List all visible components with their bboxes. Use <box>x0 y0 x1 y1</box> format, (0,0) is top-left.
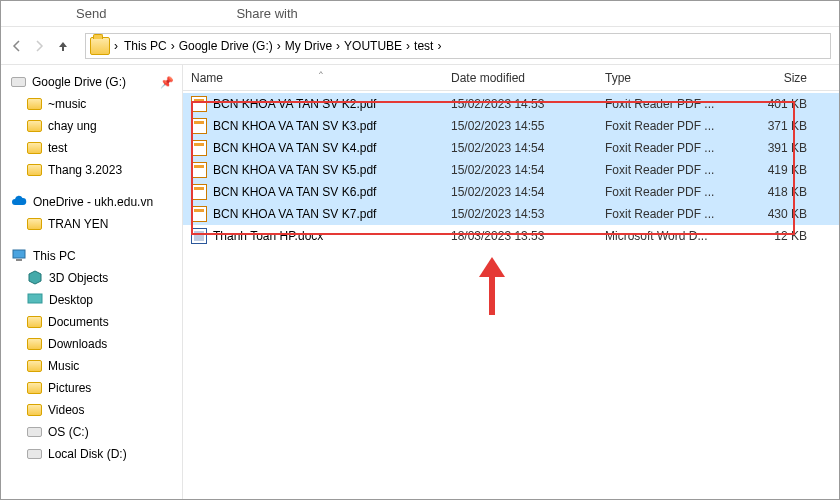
folder-icon <box>27 120 42 132</box>
col-label: Size <box>784 71 807 85</box>
nav-forward-button[interactable] <box>31 38 47 54</box>
file-type: Foxit Reader PDF ... <box>597 119 731 133</box>
address-bar[interactable]: › This PC›Google Drive (G:)›My Drive›YOU… <box>85 33 831 59</box>
drive-icon <box>11 77 26 87</box>
file-date: 15/02/2023 14:54 <box>443 163 597 177</box>
nav-back-button[interactable] <box>9 38 25 54</box>
file-date: 15/02/2023 14:54 <box>443 185 597 199</box>
ribbon-share-group[interactable]: Share with access security <box>236 6 297 21</box>
tree-google-drive[interactable]: Google Drive (G:) 📌 <box>1 71 182 93</box>
file-name: BCN KHOA VA TAN SV K2.pdf <box>213 97 376 111</box>
file-row[interactable]: BCN KHOA VA TAN SV K3.pdf15/02/2023 14:5… <box>183 115 839 137</box>
cloud-icon <box>11 194 27 210</box>
tree-3d-objects[interactable]: 3D Objects <box>1 267 182 289</box>
col-header-date[interactable]: Date modified <box>443 71 597 85</box>
nav-tree[interactable]: Google Drive (G:) 📌 ~music chay ung test… <box>1 65 183 499</box>
tree-tran-yen[interactable]: TRAN YEN <box>1 213 182 235</box>
ribbon-send-group[interactable]: Send <box>76 6 106 21</box>
file-size: 391 KB <box>731 141 815 155</box>
pdf-icon <box>191 118 207 134</box>
tree-label: Local Disk (D:) <box>48 447 127 461</box>
file-name: BCN KHOA VA TAN SV K3.pdf <box>213 119 376 133</box>
folder-icon <box>27 98 42 110</box>
tree-label: TRAN YEN <box>48 217 108 231</box>
chevron-right-icon[interactable]: › <box>171 39 175 53</box>
tree-label: 3D Objects <box>49 271 108 285</box>
folder-icon <box>27 382 42 394</box>
tree-label: Thang 3.2023 <box>48 163 122 177</box>
file-row[interactable]: BCN KHOA VA TAN SV K7.pdf15/02/2023 14:5… <box>183 203 839 225</box>
pdf-icon <box>191 184 207 200</box>
tree-test[interactable]: test <box>1 137 182 159</box>
col-header-type[interactable]: Type <box>597 71 731 85</box>
tree-music-folder[interactable]: Music <box>1 355 182 377</box>
file-type: Foxit Reader PDF ... <box>597 185 731 199</box>
file-name: BCN KHOA VA TAN SV K5.pdf <box>213 163 376 177</box>
file-row[interactable]: Thanh Toan HP.docx18/03/2023 13:53Micros… <box>183 225 839 247</box>
pdf-icon <box>191 162 207 178</box>
breadcrumb-item[interactable]: This PC <box>122 39 169 53</box>
file-name: BCN KHOA VA TAN SV K7.pdf <box>213 207 376 221</box>
file-row[interactable]: BCN KHOA VA TAN SV K5.pdf15/02/2023 14:5… <box>183 159 839 181</box>
breadcrumb-item[interactable]: YOUTUBE <box>342 39 404 53</box>
tree-videos[interactable]: Videos <box>1 399 182 421</box>
tree-label: test <box>48 141 67 155</box>
svg-rect-0 <box>13 250 25 258</box>
folder-icon <box>90 37 110 55</box>
tree-pictures[interactable]: Pictures <box>1 377 182 399</box>
tree-local-disk-d[interactable]: Local Disk (D:) <box>1 443 182 465</box>
tree-label: chay ung <box>48 119 97 133</box>
file-type: Foxit Reader PDF ... <box>597 207 731 221</box>
ribbon: Send Share with access security <box>1 1 839 27</box>
tree-documents[interactable]: Documents <box>1 311 182 333</box>
col-label: Type <box>605 71 631 85</box>
folder-icon <box>27 316 42 328</box>
pdf-icon <box>191 206 207 222</box>
tree-label: This PC <box>33 249 76 263</box>
folder-icon <box>27 404 42 416</box>
breadcrumb-item[interactable]: test <box>412 39 435 53</box>
file-list: Name ^ Date modified Type Size BCN KHOA … <box>183 65 839 499</box>
chevron-right-icon[interactable]: › <box>336 39 340 53</box>
chevron-right-icon[interactable]: › <box>437 39 441 53</box>
file-row[interactable]: BCN KHOA VA TAN SV K2.pdf15/02/2023 14:5… <box>183 93 839 115</box>
tree-label: Documents <box>48 315 109 329</box>
col-header-size[interactable]: Size <box>731 71 815 85</box>
file-date: 15/02/2023 14:55 <box>443 119 597 133</box>
tree-music[interactable]: ~music <box>1 93 182 115</box>
chevron-right-icon[interactable]: › <box>114 39 118 53</box>
chevron-right-icon[interactable]: › <box>277 39 281 53</box>
pdf-icon <box>191 96 207 112</box>
file-type: Foxit Reader PDF ... <box>597 97 731 111</box>
svg-rect-1 <box>16 259 22 261</box>
objects-icon <box>27 270 43 286</box>
sort-indicator-icon: ^ <box>191 69 451 78</box>
folder-icon <box>27 164 42 176</box>
tree-chay-ung[interactable]: chay ung <box>1 115 182 137</box>
tree-onedrive[interactable]: OneDrive - ukh.edu.vn <box>1 191 182 213</box>
tree-this-pc[interactable]: This PC <box>1 245 182 267</box>
folder-icon <box>27 218 42 230</box>
file-date: 18/03/2023 13:53 <box>443 229 597 243</box>
file-type: Foxit Reader PDF ... <box>597 141 731 155</box>
drive-icon <box>27 449 42 459</box>
breadcrumb-item[interactable]: My Drive <box>283 39 334 53</box>
tree-label: Downloads <box>48 337 107 351</box>
file-type: Microsoft Word D... <box>597 229 731 243</box>
file-row[interactable]: BCN KHOA VA TAN SV K4.pdf15/02/2023 14:5… <box>183 137 839 159</box>
folder-icon <box>27 360 42 372</box>
file-date: 15/02/2023 14:54 <box>443 141 597 155</box>
chevron-right-icon[interactable]: › <box>406 39 410 53</box>
nav-up-button[interactable] <box>55 38 71 54</box>
tree-label: Music <box>48 359 79 373</box>
tree-downloads[interactable]: Downloads <box>1 333 182 355</box>
col-header-name[interactable]: Name ^ <box>183 71 443 85</box>
file-row[interactable]: BCN KHOA VA TAN SV K6.pdf15/02/2023 14:5… <box>183 181 839 203</box>
tree-label: Desktop <box>49 293 93 307</box>
svg-rect-2 <box>28 294 42 303</box>
tree-os-c[interactable]: OS (C:) <box>1 421 182 443</box>
tree-thang[interactable]: Thang 3.2023 <box>1 159 182 181</box>
file-name: BCN KHOA VA TAN SV K6.pdf <box>213 185 376 199</box>
breadcrumb-item[interactable]: Google Drive (G:) <box>177 39 275 53</box>
tree-desktop[interactable]: Desktop <box>1 289 182 311</box>
